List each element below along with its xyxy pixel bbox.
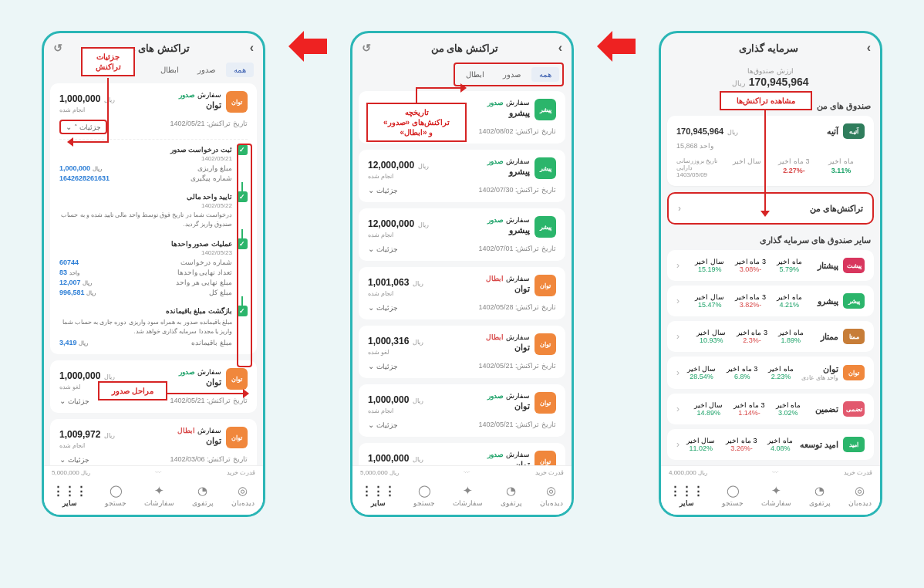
fund-badge-icon: توان [226,427,248,448]
fund-badge-icon: پیشر [535,99,556,120]
nav-icon: ✦ [144,484,174,498]
nav-icon: ⋮⋮⋮ [669,484,704,498]
nav-icon: ✦ [453,484,483,498]
nav-btn-1[interactable]: ◔پرتفوی [192,484,214,507]
tab-all[interactable]: همه [531,67,559,82]
my-fund-card[interactable]: آتیـه آتیه 170,945,964 ریال 15,868 واحد … [667,116,874,186]
nav-btn-0[interactable]: ◎دیده‌بان [848,484,872,507]
nav-btn-3[interactable]: ◯جستجو [722,484,744,507]
arrow-icon [288,31,327,62]
details-toggle[interactable]: جزئیات [59,397,89,405]
nav-icon: ◔ [809,484,831,498]
details-toggle[interactable]: جزئیات [368,245,398,253]
footer: قدرت خرید〰4,000,000 ریال ◎دیده‌بان◔پرتفو… [661,465,880,515]
back-icon[interactable]: › [250,41,254,55]
details-toggle[interactable]: جزئیات [368,421,398,429]
fund-row[interactable]: امیدامید توسعهماه اخیر4.08%3 ماه اخیر-3.… [667,429,874,460]
details-toggle[interactable]: جزئیات [368,362,398,370]
reload-icon[interactable]: ↻ [53,42,62,54]
nav-btn-4[interactable]: ⋮⋮⋮سایر [669,484,704,507]
screen-investment: › سرمایه گذاری ارزش صندوق‌ها 170,945,964… [659,31,882,517]
step-block: ✓بازگشت مبلغ باقیماندهمبلغ باقیمانده صدو… [59,306,248,346]
fund-row[interactable]: توانتوانواحد های عادیماه اخیر2.23%3 ماه … [667,357,874,389]
fund-badge-icon: توان [226,368,248,390]
tab-issue[interactable]: صدور [495,67,528,82]
fund-badge-icon: توان [535,333,556,355]
callout-history: تاریخچه تراکنش‌های «صدور» و «ابطال» [366,103,467,142]
tx-card[interactable]: پیشرسفارش صدورپیشرو12,000,000 ریالانجام … [359,208,565,261]
nav-icon: ◎ [848,484,872,498]
tx-link[interactable]: تراکنش‌های من ‹ [667,192,874,225]
total-label: ارزش صندوق‌ها [661,67,880,75]
nav-icon: ◯ [722,484,744,498]
fund-badge-icon: پیشت [843,258,865,273]
fund-row[interactable]: پیشتپیشتازماه اخیر5.79%3 ماه اخیر-3.08%س… [667,250,874,281]
nav-btn-0[interactable]: ◎دیده‌بان [540,484,563,507]
fund-badge-atieh: آتیـه [843,123,865,139]
reload-icon[interactable]: ↻ [362,42,371,54]
tab-cancel[interactable]: ابطال [153,63,187,77]
nav-icon: ◯ [105,484,126,498]
screen-tx-details: › تراکنش های من ↻ همه صدور ابطال جزئیات … [42,31,265,517]
nav-btn-4[interactable]: ⋮⋮⋮سایر [52,484,87,507]
tx-card[interactable]: توانسفارش ابطالتوان1,000,316 ریاللغو شده… [359,326,565,378]
nav-btn-1[interactable]: ◔پرتفوی [809,484,831,507]
fund-row[interactable]: تضمیتضمینماه اخیر3.02%3 ماه اخیر-1.14%سا… [667,394,874,424]
details-toggle[interactable]: جزئیات ˄ [59,120,107,134]
fund-badge-icon: امید [843,437,865,452]
nav-btn-2[interactable]: ✦سفارشات [761,484,791,507]
chevron-left-icon: ‹ [676,367,680,378]
other-funds-title: سایر صندوق های سرمایه گذاری [667,231,874,250]
tx-card[interactable]: پیشرسفارش صدورپیشرو12,000,000 ریالانجام … [359,150,565,202]
total-value: 170,945,964 [749,76,809,88]
nav-icon: ◯ [413,484,435,498]
tx-card[interactable]: توانسفارش ابطالتوان1,009,972 ریالانجام ش… [50,419,257,469]
step-block: ✓ثبت درخواست صدور1402/05/21مبلغ واریزی1,… [59,144,248,191]
back-icon[interactable]: › [558,41,562,55]
nav-btn-3[interactable]: ◯جستجو [105,484,126,507]
arrow-icon [597,31,636,62]
chevron-left-icon: ‹ [676,404,680,414]
details-toggle[interactable]: جزئیات [59,455,89,464]
nav-btn-0[interactable]: ◎دیده‌بان [231,484,255,507]
fund-badge-icon: توان [535,392,556,414]
tx-card[interactable]: توانسفارش صدورتوان1,000,000 ریالانجام شد… [359,384,565,437]
nav-btn-3[interactable]: ◯جستجو [413,484,435,507]
nav-icon: ◎ [540,484,563,498]
screen-transactions: › تراکنش های من ↻ همه صدور ابطال تاریخچه… [350,31,574,517]
nav-icon: ◔ [192,484,214,498]
nav-btn-2[interactable]: ✦سفارشات [144,484,174,507]
step-block: ✓عملیات صدور واحدها1402/05/23شماره درخوا… [59,238,248,306]
footer: قدرت خرید〰5,000,000 ریال ◎دیده‌بان◔پرتفو… [352,465,572,515]
nav-icon: ◔ [501,484,522,498]
callout-steps: مراحل صدور [98,381,167,400]
footer: قدرت خرید〰5,000,000 ریال ◎دیده‌بان◔پرتفو… [44,465,263,515]
details-toggle[interactable]: جزئیات [368,186,398,194]
tab-issue[interactable]: صدور [190,63,223,77]
nav-btn-2[interactable]: ✦سفارشات [453,484,483,507]
fund-row[interactable]: پیشرپیشروماه اخیر4.21%3 ماه اخیر-3.82%سا… [667,286,874,316]
fund-badge-icon: پیشر [535,216,556,238]
svg-marker-0 [597,31,636,62]
tx-card[interactable]: توانسفارش ابطالتوان1,001,063 ریالانجام ش… [359,267,565,319]
callout-view-tx: مشاهده تراکنش‌ها [720,96,812,110]
tab-cancel[interactable]: ابطال [458,67,492,82]
tab-all[interactable]: همه [226,63,254,77]
fund-row[interactable]: ممتاممتازماه اخیر1.89%3 ماه اخیر-2.3%سال… [667,321,874,352]
header-title: تراکنش های من [431,42,498,54]
nav-icon: ◎ [231,484,255,498]
svg-marker-1 [288,31,327,62]
nav-icon: ⋮⋮⋮ [52,484,87,498]
nav-icon: ✦ [761,484,791,498]
fund-badge-icon: پیشر [535,157,556,179]
details-toggle[interactable]: جزئیات [368,303,398,312]
fund-badge-icon: پیشر [843,293,865,309]
fund-badge-icon: تضمی [843,401,865,417]
fund-badge-icon: توان [226,91,248,113]
nav-btn-1[interactable]: ◔پرتفوی [501,484,522,507]
tx-card-expanded: توان سفارش صدور توان 1,000,000 ریال انجا… [50,83,257,354]
back-icon[interactable]: › [867,41,871,55]
chevron-left-icon: ‹ [676,260,680,271]
nav-btn-4[interactable]: ⋮⋮⋮سایر [361,484,396,507]
header-title: سرمایه گذاری [739,42,798,54]
